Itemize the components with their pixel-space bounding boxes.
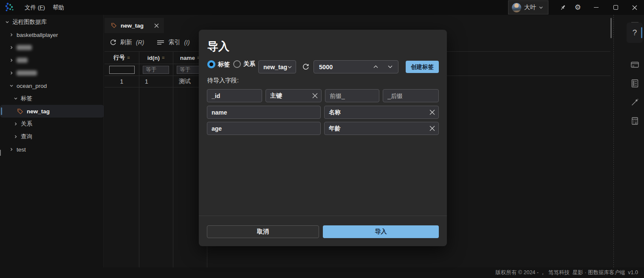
calculator-icon[interactable] bbox=[627, 113, 643, 129]
index-button[interactable]: 索引 (I) bbox=[157, 39, 189, 46]
reload-tags-icon[interactable] bbox=[302, 63, 309, 70]
prefix-input[interactable] bbox=[325, 89, 379, 102]
sidebar-item-tags-group[interactable]: 标签 bbox=[0, 92, 104, 105]
minimize-button[interactable] bbox=[589, 0, 603, 15]
close-button[interactable] bbox=[627, 0, 642, 15]
sidebar-item-ocean-prod[interactable]: ocean_prod bbox=[0, 79, 104, 92]
field-target-input[interactable] bbox=[324, 122, 439, 135]
chevron-collapsed-icon bbox=[14, 122, 18, 126]
create-tag-button[interactable]: 创建标签 bbox=[406, 61, 439, 73]
chevron-collapsed-icon bbox=[9, 58, 14, 62]
chevron-collapsed-icon bbox=[9, 147, 14, 152]
tag-icon bbox=[111, 22, 117, 28]
magic-wand-icon[interactable] bbox=[627, 94, 643, 110]
spinner-down-icon[interactable] bbox=[384, 60, 396, 73]
chevron-collapsed-icon bbox=[14, 135, 18, 139]
import-dialog: 导入 标签 关系 new_tag 创建标签 待导入字段: bbox=[199, 30, 447, 246]
tab-new-tag[interactable]: new_tag bbox=[105, 18, 164, 33]
field-source-input[interactable] bbox=[207, 122, 321, 135]
spinner-up-icon[interactable] bbox=[370, 60, 381, 73]
dialog-footer-divider bbox=[199, 216, 447, 216]
active-rail-indicator bbox=[641, 27, 642, 38]
form-list-icon[interactable] bbox=[627, 75, 643, 91]
user-name: 大叶 bbox=[524, 4, 536, 11]
sidebar-item-redacted[interactable] bbox=[0, 67, 104, 79]
filter-mark-icon: = bbox=[162, 55, 164, 60]
avatar bbox=[512, 3, 521, 12]
chevron-collapsed-icon bbox=[9, 71, 14, 75]
clear-field-icon[interactable] bbox=[429, 126, 435, 131]
chevron-down-icon bbox=[539, 6, 543, 9]
tag-select-value: new_tag bbox=[263, 64, 287, 70]
table-cell: 1 bbox=[139, 76, 173, 87]
filter-input-rownum[interactable] bbox=[109, 66, 135, 74]
sidebar-item-edges-group[interactable]: 关系 bbox=[0, 118, 104, 130]
gear-icon[interactable]: ⚙ bbox=[571, 0, 585, 15]
field-target-input[interactable] bbox=[324, 106, 439, 119]
chevron-expanded-icon bbox=[5, 20, 9, 24]
radio-tag[interactable]: 标签 bbox=[207, 60, 230, 68]
chevron-down-icon bbox=[288, 66, 292, 68]
card-panel-icon[interactable] bbox=[627, 56, 643, 73]
filter-input-id[interactable] bbox=[143, 66, 169, 74]
tag-icon bbox=[17, 108, 23, 115]
column-header-rownum[interactable]: 行号 = bbox=[105, 52, 139, 64]
table-cell: 1 bbox=[105, 76, 139, 87]
statusbar: 版权所有 © 2024 - ， 笃笃科技 星影 · 图数据库客户端 v1.0 bbox=[0, 267, 644, 278]
chevron-expanded-icon bbox=[14, 96, 18, 101]
import-button[interactable]: 导入 bbox=[323, 225, 439, 238]
field-source-input[interactable] bbox=[207, 89, 262, 102]
sidebar-item-test[interactable]: test bbox=[0, 143, 104, 156]
chevron-collapsed-icon bbox=[9, 33, 14, 37]
refresh-icon bbox=[110, 39, 116, 46]
cancel-button[interactable]: 取消 bbox=[207, 225, 319, 238]
radio-unselected-icon bbox=[233, 60, 241, 68]
suffix-input[interactable] bbox=[383, 89, 439, 102]
selection-indicator bbox=[1, 107, 2, 115]
app-logo-icon bbox=[4, 2, 15, 13]
menu-file-mnemonic: F bbox=[40, 4, 43, 11]
fields-section-label: 待导入字段: bbox=[207, 77, 239, 84]
vertical-scrollbar[interactable] bbox=[610, 18, 612, 38]
sidebar-item-query-group[interactable]: 查询 bbox=[0, 130, 104, 143]
maximize-button[interactable] bbox=[608, 0, 623, 15]
right-icon-rail bbox=[614, 15, 644, 267]
sidebar-item-redacted[interactable] bbox=[0, 41, 104, 54]
pin-icon[interactable] bbox=[556, 0, 570, 15]
field-source-input[interactable] bbox=[207, 106, 321, 119]
index-icon bbox=[157, 40, 164, 45]
sidebar-item-basketballplayer[interactable]: basketballplayer bbox=[0, 28, 104, 41]
user-chip[interactable]: 大叶 bbox=[508, 0, 548, 14]
sidebar-scroll-indicator[interactable] bbox=[0, 150, 1, 156]
clear-field-icon[interactable] bbox=[312, 93, 318, 98]
chevron-expanded-icon bbox=[9, 84, 14, 88]
tab-label: new_tag bbox=[121, 22, 150, 29]
filter-mark-icon: = bbox=[127, 55, 130, 60]
tag-select[interactable]: new_tag bbox=[258, 60, 296, 73]
sidebar-item-new-tag[interactable]: new_tag bbox=[0, 105, 104, 118]
menu-help[interactable]: 帮助 bbox=[48, 0, 68, 15]
copyright-text: 版权所有 © 2024 - ， 笃笃科技 星影 · 图数据库客户端 v1.0 bbox=[495, 269, 638, 276]
help-icon[interactable]: ? bbox=[627, 22, 643, 43]
chevron-collapsed-icon bbox=[9, 45, 14, 50]
radio-edge[interactable]: 关系 bbox=[233, 60, 255, 68]
sidebar-item-redacted[interactable] bbox=[0, 54, 104, 67]
sidebar-tree: 远程图数据库 basketballplayer ocean_prod 标签 ne… bbox=[0, 15, 104, 267]
column-header-id[interactable]: id(n) = bbox=[139, 52, 173, 64]
tab-close-icon[interactable] bbox=[154, 23, 159, 28]
refresh-button[interactable]: 刷新 (R) bbox=[110, 39, 144, 46]
menu-file[interactable]: 文件 (F) bbox=[20, 0, 49, 15]
titlebar: 文件 (F) 帮助 大叶 ⚙ bbox=[0, 0, 644, 15]
clear-field-icon[interactable] bbox=[429, 110, 435, 115]
sidebar-item-remote-db[interactable]: 远程图数据库 bbox=[0, 16, 104, 28]
dialog-title: 导入 bbox=[207, 39, 229, 54]
radio-selected-icon bbox=[207, 60, 215, 68]
